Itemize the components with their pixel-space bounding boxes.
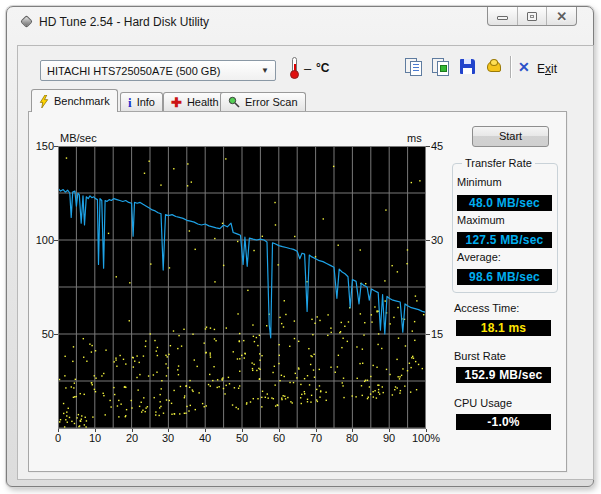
access-time-dot bbox=[253, 398, 254, 399]
titlebar[interactable]: HD Tune 2.54 - Hard Disk Utility ✕ bbox=[7, 7, 593, 38]
access-time-dot bbox=[239, 358, 240, 359]
access-time-dot bbox=[294, 236, 295, 237]
access-time-dot bbox=[282, 395, 283, 396]
thermometer-icon bbox=[289, 57, 300, 79]
access-time-dot bbox=[377, 344, 378, 345]
tab-benchmark[interactable]: Benchmark bbox=[31, 89, 118, 112]
access-time-dot bbox=[148, 375, 149, 376]
access-time-dot bbox=[159, 401, 160, 402]
access-time-dot bbox=[389, 323, 390, 324]
access-time-dot bbox=[256, 370, 257, 371]
magnifier-icon bbox=[228, 96, 240, 108]
minimize-button[interactable] bbox=[488, 7, 518, 25]
access-time-dot bbox=[271, 397, 272, 398]
access-time-dot bbox=[161, 388, 162, 389]
access-time-dot bbox=[371, 314, 372, 315]
access-time-dot bbox=[167, 367, 168, 368]
access-time-dot bbox=[235, 407, 236, 408]
access-time-dot bbox=[159, 394, 160, 395]
access-time-dot bbox=[407, 249, 408, 250]
access-time-dot bbox=[422, 368, 423, 369]
access-time-dot bbox=[304, 391, 305, 392]
access-time-dot bbox=[392, 394, 393, 395]
x-axis-tick bbox=[279, 429, 280, 432]
exit-button[interactable]: Exit bbox=[537, 62, 557, 76]
right-axis-unit-label: ms bbox=[407, 132, 422, 144]
access-time-dot bbox=[205, 328, 206, 329]
access-time-dot bbox=[279, 355, 280, 356]
access-time-dot bbox=[411, 357, 412, 358]
copy-icon bbox=[410, 61, 422, 76]
access-time-dot bbox=[145, 407, 146, 408]
save-screenshot-button[interactable] bbox=[458, 57, 478, 77]
drive-select-dropdown[interactable]: HITACHI HTS725050A7E (500 GB) ▼ bbox=[40, 60, 276, 81]
access-time-dot bbox=[113, 361, 114, 362]
access-time-dot bbox=[192, 389, 193, 390]
access-time-dot bbox=[416, 300, 417, 301]
access-time-dot bbox=[189, 387, 190, 388]
access-time-dot bbox=[81, 418, 82, 419]
access-time-dot bbox=[246, 402, 247, 403]
access-time-dot bbox=[105, 414, 106, 415]
access-time-dot bbox=[402, 368, 403, 369]
access-time-dot bbox=[396, 359, 397, 360]
copy-text-button[interactable] bbox=[404, 57, 424, 77]
access-time-dot bbox=[356, 346, 357, 347]
access-time-dot bbox=[357, 378, 358, 379]
access-time-dot bbox=[74, 382, 75, 383]
access-time-dot bbox=[144, 173, 145, 174]
access-time-dot bbox=[317, 401, 318, 402]
access-time-dot bbox=[185, 385, 186, 386]
x-axis-tick bbox=[168, 429, 169, 432]
access-time-dot bbox=[210, 352, 211, 353]
copy-screenshot-button[interactable] bbox=[431, 57, 451, 77]
donate-button[interactable] bbox=[485, 57, 505, 77]
access-time-dot bbox=[323, 218, 324, 219]
access-time-dot bbox=[338, 355, 339, 356]
access-time-dot bbox=[355, 396, 356, 397]
access-time-dot bbox=[188, 410, 189, 411]
tab-health[interactable]: ✚ Health bbox=[163, 92, 227, 111]
start-button[interactable]: Start bbox=[472, 126, 549, 147]
access-time-dot bbox=[385, 209, 386, 210]
access-time-dot bbox=[316, 316, 317, 317]
average-label: Average: bbox=[457, 251, 501, 263]
access-time-dot bbox=[110, 406, 111, 407]
access-time-dot bbox=[342, 385, 343, 386]
access-time-dot bbox=[65, 419, 66, 420]
access-time-dot bbox=[76, 417, 77, 418]
x-axis-tick-label: 60 bbox=[262, 432, 296, 444]
tab-info[interactable]: i Info bbox=[120, 92, 163, 111]
access-time-dot bbox=[204, 406, 205, 407]
access-time-dot bbox=[86, 420, 87, 421]
tab-label: Error Scan bbox=[245, 96, 298, 108]
access-time-dot bbox=[253, 336, 254, 337]
access-time-dot bbox=[311, 319, 312, 320]
access-time-dot bbox=[405, 345, 406, 346]
access-time-dot bbox=[369, 386, 370, 387]
access-time-dot bbox=[67, 422, 68, 423]
access-time-dot bbox=[367, 380, 368, 381]
access-time-dot bbox=[300, 397, 301, 398]
x-axis-tick bbox=[95, 429, 96, 432]
access-time-dot bbox=[370, 376, 371, 377]
access-time-dot bbox=[330, 327, 331, 328]
x-axis-tick bbox=[205, 429, 206, 432]
access-time-dot bbox=[134, 360, 135, 361]
access-time-dot bbox=[281, 323, 282, 324]
access-time-dot bbox=[81, 415, 82, 416]
access-time-dot bbox=[92, 384, 93, 385]
access-time-dot bbox=[275, 405, 276, 406]
access-time-dot bbox=[91, 351, 92, 352]
tab-label: Info bbox=[137, 96, 155, 108]
access-time-dot bbox=[157, 355, 158, 356]
access-time-dot bbox=[137, 389, 138, 390]
tab-error-scan[interactable]: Error Scan bbox=[220, 92, 306, 111]
access-time-dot bbox=[187, 163, 188, 164]
maximize-button[interactable] bbox=[518, 7, 548, 25]
access-time-dot bbox=[294, 338, 295, 339]
close-button[interactable]: ✕ bbox=[547, 7, 576, 25]
access-time-dot bbox=[292, 402, 293, 403]
access-time-dot bbox=[238, 388, 239, 389]
access-time-dot bbox=[414, 340, 415, 341]
